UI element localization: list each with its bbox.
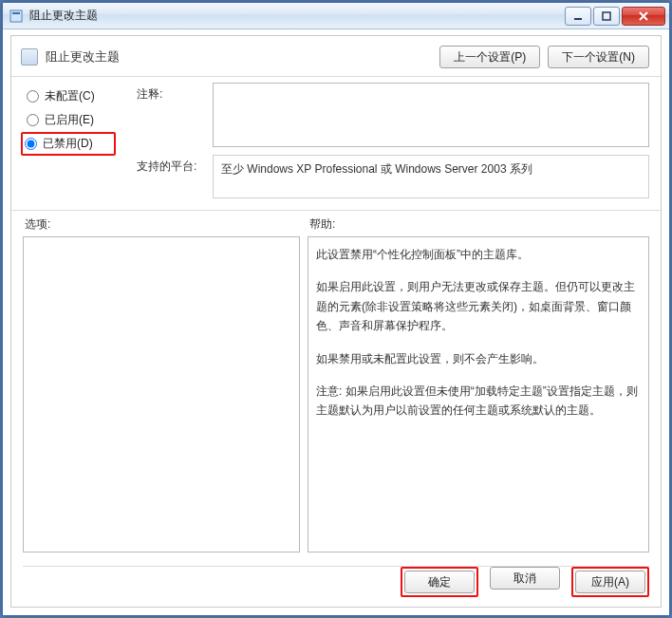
- footer-buttons: 确定 取消 应用(A): [401, 567, 649, 597]
- client-area: 阻止更改主题 上一个设置(P) 下一个设置(N) 未配置(C) 已启用(E): [10, 35, 662, 608]
- help-text: 如果禁用或未配置此设置，则不会产生影响。: [316, 349, 641, 368]
- radio-enabled-input[interactable]: [27, 114, 39, 126]
- help-box: 此设置禁用“个性化控制面板”中的主题库。 如果启用此设置，则用户无法更改或保存主…: [308, 236, 649, 552]
- radio-not-configured-input[interactable]: [27, 90, 39, 103]
- middle-row: 选项: 帮助: 此设置禁用“个性化控制面板”中的主题库。 如果启用此设置，则用户…: [11, 211, 661, 552]
- help-text: 如果启用此设置，则用户无法更改或保存主题。但仍可以更改主题的元素(除非设置策略将…: [316, 277, 641, 335]
- help-text: 此设置禁用“个性化控制面板”中的主题库。: [316, 245, 641, 264]
- svg-rect-2: [574, 18, 582, 20]
- titlebar[interactable]: 阻止更改主题: [3, 3, 669, 29]
- apply-button[interactable]: 应用(A): [575, 571, 645, 593]
- app-icon: [9, 9, 24, 24]
- platform-label: 支持的平台:: [137, 155, 213, 175]
- help-text: 注意: 如果启用此设置但未使用“加载特定主题”设置指定主题，则主题默认为用户以前…: [316, 382, 641, 421]
- svg-rect-3: [603, 12, 610, 20]
- comment-textarea[interactable]: [213, 83, 649, 147]
- dialog-window: 阻止更改主题 阻止更改主题 上一个设置(P) 下一个设置(N): [2, 2, 670, 616]
- radio-disabled-label: 已禁用(D): [43, 136, 93, 152]
- cancel-button[interactable]: 取消: [490, 567, 560, 590]
- ok-button[interactable]: 确定: [404, 571, 475, 593]
- svg-rect-0: [10, 10, 22, 22]
- close-button[interactable]: [622, 7, 665, 26]
- radio-not-configured[interactable]: 未配置(C): [23, 84, 118, 108]
- header-row: 阻止更改主题 上一个设置(P) 下一个设置(N): [11, 36, 661, 72]
- options-box: [23, 236, 300, 552]
- comment-label: 注释:: [137, 83, 213, 103]
- help-label: 帮助:: [308, 216, 649, 236]
- prev-setting-button[interactable]: 上一个设置(P): [439, 46, 540, 68]
- radio-disabled-input[interactable]: [25, 138, 37, 150]
- supported-platform-text: 至少 Windows XP Professional 或 Windows Ser…: [221, 162, 532, 176]
- policy-icon: [21, 48, 38, 66]
- highlight-ok: 确定: [401, 567, 478, 597]
- radio-enabled[interactable]: 已启用(E): [23, 108, 118, 132]
- options-label: 选项:: [23, 216, 300, 236]
- supported-platform-box: 至少 Windows XP Professional 或 Windows Ser…: [213, 155, 649, 198]
- radio-not-configured-label: 未配置(C): [45, 88, 95, 104]
- minimize-button[interactable]: [565, 7, 591, 26]
- window-controls: [563, 7, 665, 26]
- highlight-apply: 应用(A): [571, 567, 649, 597]
- state-radio-group: 未配置(C) 已启用(E) 已禁用(D): [23, 84, 118, 156]
- policy-title: 阻止更改主题: [46, 48, 432, 66]
- window-title: 阻止更改主题: [29, 8, 563, 24]
- config-area: 未配置(C) 已启用(E) 已禁用(D) 注释: 支持的平台: 至少 Windo…: [11, 77, 661, 204]
- radio-disabled[interactable]: 已禁用(D): [21, 132, 116, 156]
- radio-enabled-label: 已启用(E): [45, 112, 94, 128]
- maximize-button[interactable]: [593, 7, 620, 26]
- svg-rect-1: [12, 12, 20, 14]
- next-setting-button[interactable]: 下一个设置(N): [548, 46, 649, 68]
